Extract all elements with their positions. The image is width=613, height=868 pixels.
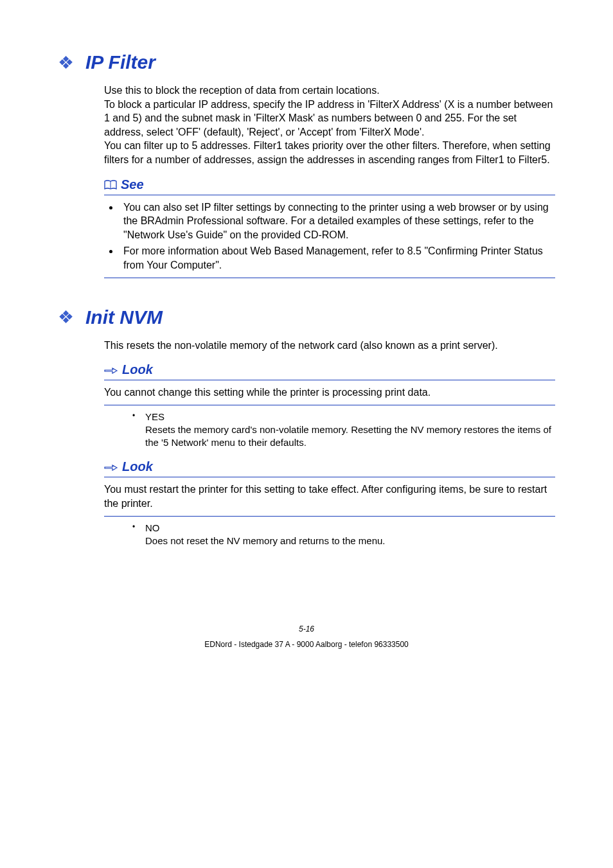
divider [104, 477, 555, 477]
diamond-bullet-icon: ❖ [58, 306, 74, 328]
paragraph: You can filter up to 5 addresses. Filter… [104, 139, 555, 166]
look-text: You must restart the printer for this se… [104, 483, 555, 510]
page-footer: 5-16 EDNord - Istedgade 37 A - 9000 Aalb… [58, 624, 555, 649]
section-heading-init-nvm: ❖ Init NVM [58, 306, 555, 328]
list-item: You can also set IP filter settings by c… [120, 200, 555, 242]
see-list: You can also set IP filter settings by c… [114, 200, 555, 272]
option-desc: Does not reset the NV memory and returns… [145, 535, 555, 547]
page-root: ❖ IP Filter Use this to block the recept… [0, 0, 613, 675]
section-title: Init NVM [85, 306, 163, 328]
diamond-bullet-icon: ❖ [58, 52, 74, 73]
list-item: For more information about Web Based Man… [120, 244, 555, 272]
list-item: YES Resets the memory card's non-volatil… [132, 411, 555, 450]
section-title: IP Filter [85, 51, 155, 73]
divider [104, 516, 555, 517]
paragraph: This resets the non-volatile memory of t… [104, 339, 555, 353]
look-label: Look [122, 361, 153, 378]
list-item: NO Does not reset the NV memory and retu… [132, 522, 555, 548]
look-label: Look [122, 458, 153, 475]
section-body: This resets the non-volatile memory of t… [104, 339, 555, 548]
footer-vendor: EDNord - Istedgade 37 A - 9000 Aalborg -… [58, 640, 555, 649]
paragraph: Use this to block the reception of data … [104, 84, 555, 98]
option-desc: Resets the memory card's non-volatile me… [145, 423, 555, 450]
divider [104, 380, 555, 380]
section-heading-ip-filter: ❖ IP Filter [58, 51, 555, 73]
page-number: 5-16 [58, 624, 555, 633]
see-subheading: See [104, 176, 555, 193]
option-list: YES Resets the memory card's non-volatil… [132, 411, 555, 450]
see-label: See [121, 176, 144, 193]
divider [104, 195, 555, 195]
option-label: YES [145, 411, 555, 423]
book-icon [104, 177, 117, 192]
option-list: NO Does not reset the NV memory and retu… [132, 522, 555, 548]
look-subheading: Look [104, 458, 555, 475]
pointing-hand-icon [104, 362, 118, 377]
look-text: You cannot change this setting while the… [104, 385, 555, 400]
pointing-hand-icon [104, 459, 118, 475]
look-subheading: Look [104, 361, 555, 378]
section-body: Use this to block the reception of data … [104, 84, 555, 278]
paragraph: To block a particular IP address, specif… [104, 98, 555, 139]
divider [104, 405, 555, 405]
option-label: NO [145, 522, 555, 535]
